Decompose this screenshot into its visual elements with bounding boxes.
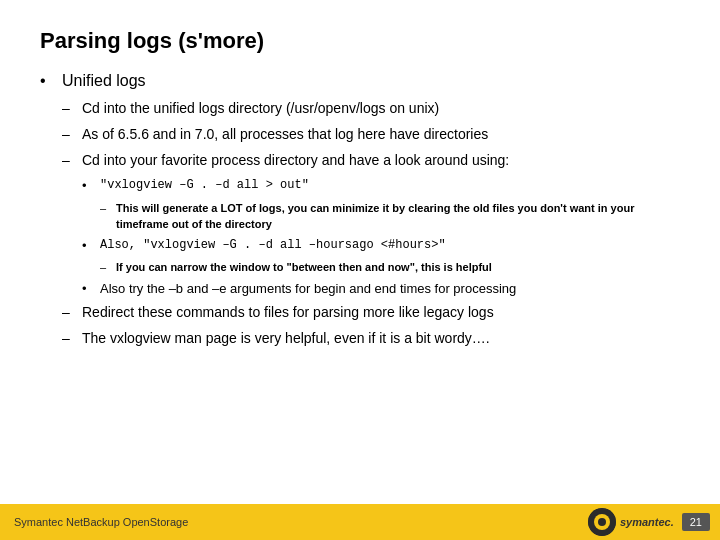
bullet-as-of: – As of 6.5.6 and in 7.0, all processes … xyxy=(62,124,680,145)
symantec-logo: symantec. xyxy=(588,508,674,536)
note-lot-of-logs: – This will generate a LOT of logs, you … xyxy=(100,200,680,233)
content-area: • Unified logs – Cd into the unified log… xyxy=(40,70,680,540)
l4-dash-1: – xyxy=(100,200,110,217)
sub-l3-2: – If you can narrow the window to "betwe… xyxy=(100,259,680,276)
l4-text-1: This will generate a LOT of logs, you ca… xyxy=(116,200,680,233)
note-narrow-window: – If you can narrow the window to "betwe… xyxy=(100,259,680,276)
sub2-text: As of 6.5.6 and in 7.0, all processes th… xyxy=(82,124,488,145)
bullet-vxlogview2: • Also, "vxlogview –G . –d all –hoursago… xyxy=(82,236,680,256)
dash-2: – xyxy=(62,124,74,145)
unified-logs-label: Unified logs xyxy=(62,70,146,92)
sub-l3-1: – This will generate a LOT of logs, you … xyxy=(100,200,680,233)
dash-3: – xyxy=(62,150,74,171)
bullet-redirect: – Redirect these commands to files for p… xyxy=(62,302,680,323)
b-e-text: Also try the –b and –e arguments for beg… xyxy=(100,279,516,299)
page-number: 21 xyxy=(682,513,710,531)
footer-text: Symantec NetBackup OpenStorage xyxy=(14,516,188,528)
sub3-text: Cd into your favorite process directory … xyxy=(82,150,509,171)
bullet-cd-unified: – Cd into the unified logs directory (/u… xyxy=(62,98,680,119)
dash-1: – xyxy=(62,98,74,119)
dash-4: – xyxy=(62,302,74,323)
svg-point-2 xyxy=(598,518,606,526)
dash-5: – xyxy=(62,328,74,349)
footer: Symantec NetBackup OpenStorage symantec.… xyxy=(0,504,720,540)
l4-text-2: If you can narrow the window to "between… xyxy=(116,259,492,276)
symantec-brand-text: symantec. xyxy=(620,516,674,528)
slide-title: Parsing logs (s'more) xyxy=(40,28,680,54)
sub-sub-bullets: • "vxlogview –G . –d all > out" – This w… xyxy=(82,176,680,298)
slide: Parsing logs (s'more) • Unified logs – C… xyxy=(0,0,720,540)
bullet-cd-fav: – Cd into your favorite process director… xyxy=(62,150,680,171)
sub1-text: Cd into the unified logs directory (/usr… xyxy=(82,98,439,119)
sub4-text: Redirect these commands to files for par… xyxy=(82,302,494,323)
dot-1: • xyxy=(82,176,92,196)
dot-2: • xyxy=(82,236,92,256)
vxlogview1-text: "vxlogview –G . –d all > out" xyxy=(100,176,309,194)
bullet-man-page: – The vxlogview man page is very helpful… xyxy=(62,328,680,349)
sub5-text: The vxlogview man page is very helpful, … xyxy=(82,328,490,349)
sub-bullets-l1: – Cd into the unified logs directory (/u… xyxy=(62,98,680,349)
bullet-unified-logs: • Unified logs xyxy=(40,70,680,92)
bullet-l1-dot: • xyxy=(40,70,54,92)
footer-right: symantec. 21 xyxy=(588,508,710,536)
symantec-circle-icon xyxy=(588,508,616,536)
bullet-vxlogview1: • "vxlogview –G . –d all > out" xyxy=(82,176,680,196)
l4-dash-2: – xyxy=(100,259,110,276)
vxlogview2-text: Also, "vxlogview –G . –d all –hoursago <… xyxy=(100,236,446,254)
bullet-b-e-args: • Also try the –b and –e arguments for b… xyxy=(82,279,680,299)
dot-3: • xyxy=(82,279,92,299)
